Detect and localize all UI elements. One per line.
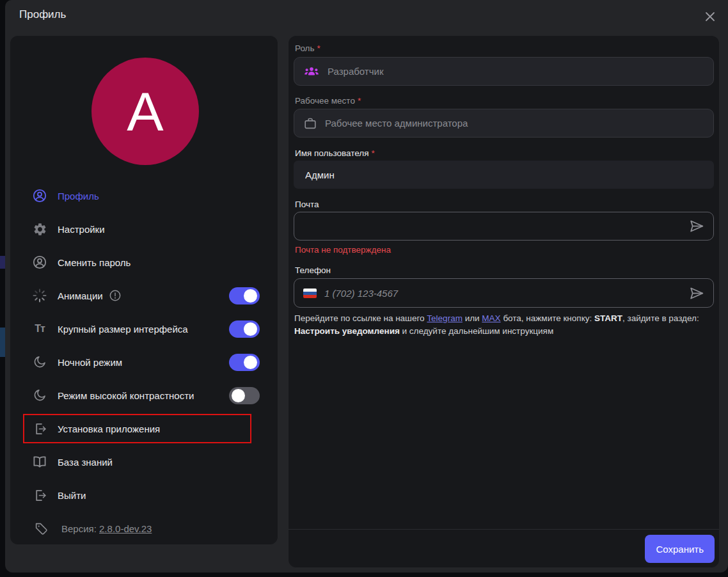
tag-icon: [35, 522, 48, 535]
sidebar-item-change-password[interactable]: Сменить пароль: [10, 246, 278, 279]
animations-toggle[interactable]: [229, 287, 260, 304]
version-label: Версия:: [61, 523, 97, 534]
phone-input[interactable]: [324, 288, 688, 299]
send-icon[interactable]: [688, 218, 704, 234]
role-label: Роль*: [295, 43, 320, 53]
user-circle-icon: [32, 188, 47, 203]
workplace-input[interactable]: [325, 118, 704, 129]
workplace-field[interactable]: [294, 109, 714, 138]
sidebar-item-settings[interactable]: Настройки: [10, 212, 278, 246]
sidebar-item-knowledge-base[interactable]: База знаний: [10, 445, 278, 478]
role-input[interactable]: [328, 66, 704, 77]
workplace-label: Рабочее место*: [295, 96, 361, 106]
app-install-icon: [32, 421, 47, 436]
sidebar-item-label: Профиль: [58, 191, 99, 202]
backdrop-fragment: [0, 256, 5, 269]
email-error-text: Почта не подтверждена: [295, 245, 391, 255]
avatar: А: [91, 58, 199, 165]
profile-dialog: Профиль А Профиль: [5, 0, 728, 573]
save-button[interactable]: Сохранить: [645, 535, 715, 563]
sidebar-item-label: Крупный размер интерфейса: [58, 324, 188, 335]
info-icon[interactable]: [109, 289, 122, 302]
text-size-icon: Tт: [32, 321, 47, 336]
profile-form: Роль* Рабочее место*: [289, 36, 719, 567]
group-icon: [303, 63, 320, 80]
sidebar-item-label: Анимации: [58, 290, 103, 301]
max-link[interactable]: MAX: [482, 313, 500, 323]
username-field[interactable]: [294, 161, 714, 189]
sidebar-menu: Профиль Настройки: [10, 179, 278, 512]
high-contrast-toggle[interactable]: [229, 387, 260, 404]
sidebar-item-night-mode[interactable]: Ночной режим: [10, 345, 278, 379]
telegram-link[interactable]: Telegram: [427, 313, 463, 323]
sidebar-item-high-contrast[interactable]: Режим высокой контрастности: [10, 379, 278, 412]
moon-icon: [32, 354, 47, 370]
notification-hint: Перейдите по ссылке на нашего Telegram и…: [294, 312, 713, 338]
sidebar-item-label: Сменить пароль: [58, 257, 131, 268]
username-label: Имя пользователя*: [295, 148, 375, 158]
sidebar-item-animations[interactable]: Анимации: [10, 279, 278, 312]
sidebar-item-label: Настройки: [58, 224, 105, 235]
email-input[interactable]: [303, 221, 688, 232]
sidebar-item-label: Режим высокой контрастности: [58, 390, 194, 401]
phone-field[interactable]: [294, 278, 714, 308]
close-icon[interactable]: [702, 9, 718, 24]
gear-icon: [32, 221, 47, 237]
sidebar-item-profile[interactable]: Профиль: [10, 179, 278, 212]
night-mode-toggle[interactable]: [229, 354, 260, 371]
form-footer: Сохранить: [289, 529, 719, 567]
sidebar-item-label: Ночной режим: [58, 357, 122, 368]
sidebar-item-label: Выйти: [58, 490, 86, 501]
russia-flag-icon[interactable]: [303, 288, 317, 298]
briefcase-icon: [303, 116, 317, 130]
send-icon[interactable]: [688, 285, 704, 301]
email-label: Почта: [295, 200, 319, 209]
sidebar-item-label: Установка приложения: [58, 423, 160, 434]
email-field[interactable]: [294, 212, 714, 241]
role-field[interactable]: [294, 57, 714, 86]
version-link[interactable]: 2.8.0-dev.23: [99, 523, 152, 534]
sidebar-item-logout[interactable]: Выйти: [10, 478, 278, 512]
backdrop-fragment: [0, 328, 5, 357]
logout-icon: [32, 487, 47, 503]
phone-label: Телефон: [295, 265, 331, 275]
moon-icon: [32, 388, 47, 403]
sidebar-item-large-ui[interactable]: Tт Крупный размер интерфейса: [10, 312, 278, 345]
spinner-icon: [32, 288, 47, 303]
screen: Профиль А Профиль: [0, 0, 728, 577]
required-asterisk: *: [317, 43, 320, 53]
required-asterisk: *: [372, 148, 375, 158]
profile-sidebar: А Профиль: [10, 36, 278, 544]
dialog-title: Профиль: [19, 8, 66, 21]
version-row: Версия: 2.8.0-dev.23: [10, 512, 278, 545]
user-circle-icon: [32, 255, 47, 270]
username-input[interactable]: [305, 170, 702, 180]
sidebar-item-install-app[interactable]: Установка приложения: [10, 412, 278, 445]
large-ui-toggle[interactable]: [229, 320, 260, 338]
required-asterisk: *: [358, 96, 361, 106]
avatar-letter: А: [127, 84, 163, 139]
sidebar-item-label: База знаний: [58, 457, 113, 468]
book-icon: [32, 454, 47, 470]
